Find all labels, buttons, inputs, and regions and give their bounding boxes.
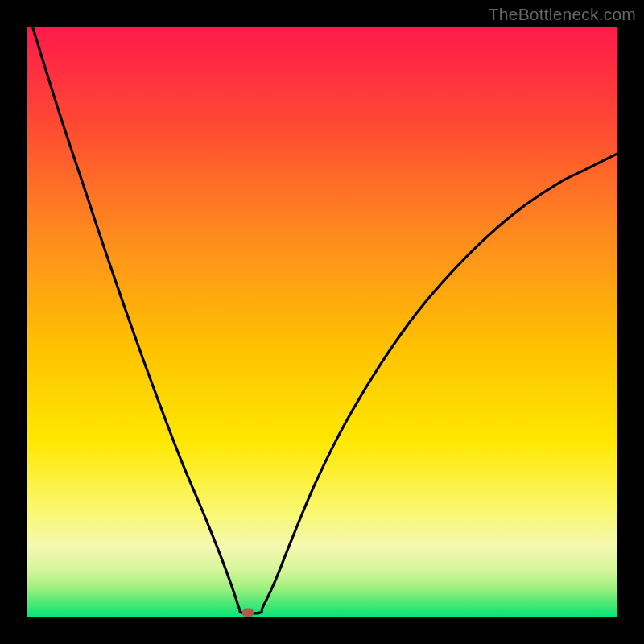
plot-area (27, 27, 617, 617)
chart-container: TheBottleneck.com (0, 0, 644, 644)
watermark-text: TheBottleneck.com (489, 5, 636, 24)
bottleneck-curve (27, 27, 617, 617)
optimal-point-marker (242, 609, 254, 617)
